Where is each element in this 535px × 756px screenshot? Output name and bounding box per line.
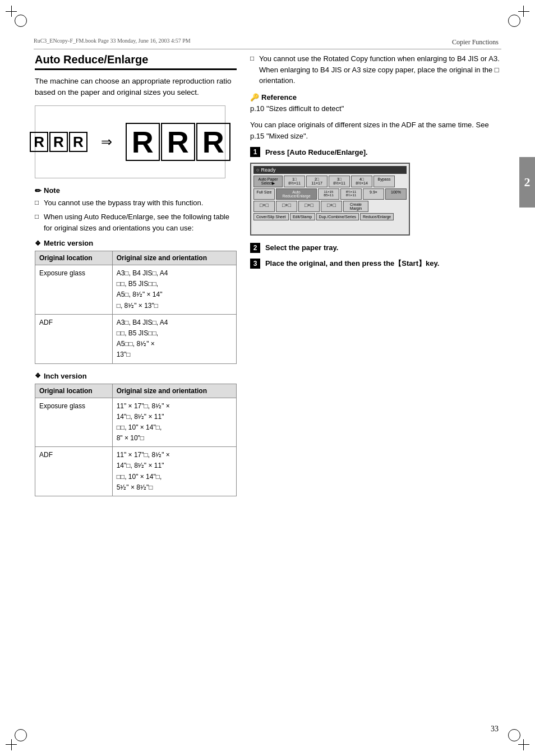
screen-cover-slip: Cover/Slip Sheet: [253, 213, 289, 220]
step-3: 3 Place the original, and then press the…: [250, 259, 500, 269]
letter-r-large-2: R: [161, 123, 195, 161]
diamond-icon-inch: ❖: [35, 372, 41, 380]
letter-r-3: R: [69, 132, 87, 152]
screen-mockup: ○ Ready Auto PaperSelect▶ 1□8½×11 2□11×1…: [250, 163, 410, 236]
screen-edit-stamp: Edit/Stamp: [290, 213, 315, 220]
intro-paragraph: The machine can choose an appropriate re…: [35, 76, 237, 99]
reference-item-1: p.10 "Sizes difficult to detect": [250, 103, 500, 114]
page-header: RuC3_ENcopy-F_FM.book Page 33 Monday, Ju…: [34, 34, 501, 49]
step-2: 2 Select the paper tray.: [250, 242, 500, 252]
note-item-1: You cannot use the bypass tray with this…: [35, 197, 237, 209]
inch-version-heading: ❖ Inch version: [35, 372, 237, 380]
right-column: You cannot use the Rotated Copy function…: [250, 53, 500, 725]
screen-status-icon: ○: [256, 167, 259, 173]
key-icon: 🔑: [250, 93, 259, 102]
screen-func-4: □+□: [321, 201, 342, 212]
screen-100pct: 100%: [385, 188, 407, 200]
screen-status-bar: ○ Ready: [253, 166, 407, 174]
step-2-text: Select the paper tray.: [265, 243, 339, 252]
inch-sizes-2: 11" × 17"□, 8¹⁄₂" ×14"□, 8¹⁄₂" × 11"□□, …: [112, 447, 236, 496]
screen-8x11: 8½×118½×11: [340, 188, 362, 200]
screen-row-4: Cover/Slip Sheet Edit/Stamp Dup./Combine…: [253, 213, 407, 220]
step-number-3: 3: [250, 259, 260, 269]
metric-col-location: Original location: [35, 251, 113, 265]
inch-row-2: ADF 11" × 17"□, 8¹⁄₂" ×14"□, 8¹⁄₂" × 11"…: [35, 447, 237, 496]
inch-col-sizes: Original size and orientation: [112, 384, 236, 398]
step-1: 1 Press [Auto Reduce/Enlarge].: [250, 147, 500, 157]
metric-table: Original location Original size and orie…: [35, 251, 237, 364]
inch-sizes-1: 11" × 17"□, 8¹⁄₂" ×14"□, 8¹⁄₂" × 11"□□, …: [112, 398, 236, 447]
screen-tray-3: 3□8½×11: [329, 176, 350, 187]
screen-func-2: □+□: [276, 201, 297, 212]
diamond-icon-metric: ❖: [35, 239, 41, 247]
metric-row-2: ADF A3□, B4 JIS□, A4□□, B5 JIS□□,A5□□, 8…: [35, 314, 237, 363]
inch-row-1: Exposure glass 11" × 17"□, 8¹⁄₂" ×14"□, …: [35, 398, 237, 447]
right-note-item-1: You cannot use the Rotated Copy function…: [250, 53, 500, 86]
inch-table: Original location Original size and orie…: [35, 384, 237, 497]
note-heading: ✏ Note: [35, 186, 237, 195]
letter-r-large-3: R: [196, 123, 230, 161]
letter-r-1: R: [30, 132, 48, 152]
reference-heading: 🔑 Reference: [250, 93, 500, 102]
large-letters: R R R: [126, 123, 230, 161]
pencil-icon: ✏: [35, 186, 41, 195]
metric-sizes-1: A3□, B4 JIS□, A4□□, B5 JIS□□,A5□, 8¹⁄₂" …: [112, 265, 236, 315]
step-1-text: Press [Auto Reduce/Enlarge].: [265, 148, 368, 156]
screen-func-3: □+□: [298, 201, 320, 212]
metric-col-sizes: Original size and orientation: [112, 251, 236, 265]
metric-version-heading: ❖ Metric version: [35, 239, 237, 247]
screen-row-3: □+□ □+□ □+□ □+□ CreateMargin: [253, 201, 407, 212]
screen-dup-combine: Dup./Combine/Series: [316, 213, 359, 220]
screen-ratio: 9.9×: [363, 188, 384, 200]
reference-section: 🔑 Reference p.10 "Sizes difficult to det…: [250, 93, 500, 142]
metric-location-2: ADF: [35, 314, 113, 363]
letter-r-2: R: [49, 132, 68, 152]
inch-location-2: ADF: [35, 447, 113, 496]
crosshair-tl: [6, 6, 17, 17]
arrow-icon: ⇒: [101, 134, 112, 150]
inch-location-1: Exposure glass: [35, 398, 113, 447]
crosshair-bl: [6, 739, 17, 750]
crosshair-tr: [518, 6, 529, 17]
screen-row-1: Auto PaperSelect▶ 1□8½×11 2□11×17 3□8½×1…: [253, 176, 407, 187]
left-column: Auto Reduce/Enlarge The machine can choo…: [35, 53, 237, 725]
screen-status-text: Ready: [261, 167, 275, 173]
reference-extra: You can place originals of different siz…: [250, 119, 500, 141]
screen-func-1: □+□: [253, 201, 275, 212]
screen-bypass: Bypass: [373, 176, 395, 187]
letter-r-large-1: R: [126, 123, 160, 161]
step-number-1: 1: [250, 147, 260, 157]
main-content: Auto Reduce/Enlarge The machine can choo…: [35, 53, 500, 725]
section-title: Auto Reduce/Enlarge: [35, 53, 237, 70]
screen-auto-reduce: Auto Reduce/Enlarge: [276, 188, 317, 200]
step-number-2: 2: [250, 243, 260, 253]
note-item-2: When using Auto Reduce/Enlarge, see the …: [35, 211, 237, 233]
metric-location-1: Exposure glass: [35, 265, 113, 315]
small-letters: R R R: [30, 132, 87, 152]
demo-illustration: R R R ⇒ R R R: [35, 105, 225, 178]
section-tab: 2: [519, 157, 535, 208]
metric-row-1: Exposure glass A3□, B4 JIS□, A4□□, B5 JI…: [35, 265, 237, 315]
page-number: 33: [491, 725, 499, 734]
screen-reduce-enlarge: Reduce/Enlarge: [360, 213, 394, 220]
header-file-info: RuC3_ENcopy-F_FM.book Page 33 Monday, Ju…: [34, 38, 191, 44]
screen-tray-4: 4□8½×14: [351, 176, 372, 187]
screen-tray-2: 2□11×17: [306, 176, 328, 187]
step-3-text: Place the original, and then press the【S…: [265, 259, 439, 268]
screen-11x15: 11×15B5×11: [318, 188, 339, 200]
inch-col-location: Original location: [35, 384, 113, 398]
screen-create-margin: CreateMargin: [343, 201, 368, 212]
chapter-label: Copier Functions: [452, 38, 499, 47]
screen-full-size: Full Size: [253, 188, 275, 200]
metric-sizes-2: A3□, B4 JIS□, A4□□, B5 JIS□□,A5□□, 8¹⁄₂"…: [112, 314, 236, 363]
screen-row-2: Full Size Auto Reduce/Enlarge 11×15B5×11…: [253, 188, 407, 200]
screen-auto-paper: Auto PaperSelect▶: [253, 176, 283, 187]
screen-tray-1: 1□8½×11: [284, 176, 305, 187]
note-section: ✏ Note You cannot use the bypass tray wi…: [35, 186, 237, 234]
crosshair-br: [518, 739, 529, 750]
